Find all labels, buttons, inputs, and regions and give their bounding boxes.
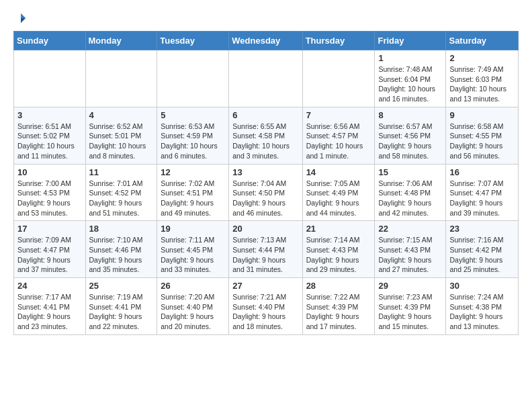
day-cell: 4Sunrise: 6:52 AMSunset: 5:01 PMDaylight… [85, 107, 157, 164]
day-info: Sunrise: 6:57 AMSunset: 4:56 PMDaylight:… [378, 122, 442, 161]
weekday-header-friday: Friday [375, 32, 446, 50]
day-info: Sunrise: 7:23 AMSunset: 4:39 PMDaylight:… [378, 292, 442, 332]
day-info: Sunrise: 7:14 AMSunset: 4:43 PMDaylight:… [306, 235, 371, 275]
day-number: 29 [378, 281, 442, 291]
day-cell: 19Sunrise: 7:11 AMSunset: 4:45 PMDayligh… [157, 221, 229, 278]
day-info: Sunrise: 7:21 AMSunset: 4:40 PMDaylight:… [232, 292, 298, 332]
week-row-4: 17Sunrise: 7:09 AMSunset: 4:47 PMDayligh… [14, 221, 519, 278]
day-number: 26 [161, 281, 225, 291]
day-info: Sunrise: 7:15 AMSunset: 4:43 PMDaylight:… [378, 235, 442, 275]
day-info: Sunrise: 7:11 AMSunset: 4:45 PMDaylight:… [161, 235, 225, 275]
day-number: 24 [17, 281, 82, 291]
day-cell [85, 50, 157, 107]
weekday-header-wednesday: Wednesday [229, 32, 302, 50]
logo-flag-icon [15, 12, 27, 24]
day-cell: 8Sunrise: 6:57 AMSunset: 4:56 PMDaylight… [375, 107, 446, 164]
day-number: 15 [378, 167, 442, 177]
day-cell: 14Sunrise: 7:05 AMSunset: 4:49 PMDayligh… [302, 164, 375, 221]
day-number: 21 [306, 224, 371, 234]
day-number: 3 [17, 110, 82, 120]
day-info: Sunrise: 7:13 AMSunset: 4:44 PMDaylight:… [232, 235, 298, 275]
day-info: Sunrise: 7:16 AMSunset: 4:42 PMDaylight:… [449, 235, 515, 275]
day-cell: 2Sunrise: 7:49 AMSunset: 6:03 PMDaylight… [446, 50, 519, 107]
day-info: Sunrise: 7:22 AMSunset: 4:39 PMDaylight:… [306, 292, 371, 332]
day-cell: 7Sunrise: 6:56 AMSunset: 4:57 PMDaylight… [302, 107, 375, 164]
day-cell: 27Sunrise: 7:21 AMSunset: 4:40 PMDayligh… [229, 278, 302, 335]
day-number: 13 [232, 167, 298, 177]
week-row-1: 1Sunrise: 7:48 AMSunset: 6:04 PMDaylight… [14, 50, 519, 107]
day-number: 27 [232, 281, 298, 291]
week-row-2: 3Sunrise: 6:51 AMSunset: 5:02 PMDaylight… [14, 107, 519, 164]
day-number: 14 [306, 167, 371, 177]
header [13, 11, 519, 24]
weekday-header-thursday: Thursday [302, 32, 375, 50]
day-cell: 18Sunrise: 7:10 AMSunset: 4:46 PMDayligh… [85, 221, 157, 278]
day-cell [14, 50, 86, 107]
day-info: Sunrise: 7:06 AMSunset: 4:48 PMDaylight:… [378, 179, 442, 218]
day-info: Sunrise: 7:49 AMSunset: 6:03 PMDaylight:… [449, 64, 515, 104]
day-info: Sunrise: 6:55 AMSunset: 4:58 PMDaylight:… [232, 122, 298, 161]
day-cell: 15Sunrise: 7:06 AMSunset: 4:48 PMDayligh… [375, 164, 446, 221]
day-info: Sunrise: 6:58 AMSunset: 4:55 PMDaylight:… [449, 122, 515, 161]
day-cell: 25Sunrise: 7:19 AMSunset: 4:41 PMDayligh… [85, 278, 157, 335]
weekday-header-tuesday: Tuesday [157, 32, 229, 50]
day-number: 2 [449, 53, 515, 63]
day-cell: 10Sunrise: 7:00 AMSunset: 4:53 PMDayligh… [14, 164, 86, 221]
day-cell: 13Sunrise: 7:04 AMSunset: 4:50 PMDayligh… [229, 164, 302, 221]
day-cell: 11Sunrise: 7:01 AMSunset: 4:52 PMDayligh… [85, 164, 157, 221]
day-cell: 30Sunrise: 7:24 AMSunset: 4:38 PMDayligh… [446, 278, 519, 335]
day-info: Sunrise: 7:07 AMSunset: 4:47 PMDaylight:… [449, 179, 515, 218]
day-cell: 9Sunrise: 6:58 AMSunset: 4:55 PMDaylight… [446, 107, 519, 164]
day-cell: 16Sunrise: 7:07 AMSunset: 4:47 PMDayligh… [446, 164, 519, 221]
logo [13, 13, 27, 24]
day-cell: 29Sunrise: 7:23 AMSunset: 4:39 PMDayligh… [375, 278, 446, 335]
day-info: Sunrise: 7:19 AMSunset: 4:41 PMDaylight:… [89, 292, 154, 332]
day-info: Sunrise: 6:51 AMSunset: 5:02 PMDaylight:… [17, 122, 82, 161]
day-number: 25 [89, 281, 154, 291]
weekday-header-saturday: Saturday [446, 32, 519, 50]
day-number: 23 [449, 224, 515, 234]
day-number: 28 [306, 281, 371, 291]
day-number: 4 [89, 110, 154, 120]
svg-marker-0 [21, 13, 26, 18]
day-info: Sunrise: 7:24 AMSunset: 4:38 PMDaylight:… [449, 292, 515, 332]
day-cell: 6Sunrise: 6:55 AMSunset: 4:58 PMDaylight… [229, 107, 302, 164]
week-row-5: 24Sunrise: 7:17 AMSunset: 4:41 PMDayligh… [14, 278, 519, 335]
day-cell [157, 50, 229, 107]
day-cell: 1Sunrise: 7:48 AMSunset: 6:04 PMDaylight… [375, 50, 446, 107]
day-cell: 26Sunrise: 7:20 AMSunset: 4:40 PMDayligh… [157, 278, 229, 335]
day-cell [302, 50, 375, 107]
day-number: 1 [378, 53, 442, 63]
day-cell: 17Sunrise: 7:09 AMSunset: 4:47 PMDayligh… [14, 221, 86, 278]
day-number: 9 [449, 110, 515, 120]
day-info: Sunrise: 6:56 AMSunset: 4:57 PMDaylight:… [306, 122, 371, 161]
day-cell: 28Sunrise: 7:22 AMSunset: 4:39 PMDayligh… [302, 278, 375, 335]
day-info: Sunrise: 7:09 AMSunset: 4:47 PMDaylight:… [17, 235, 82, 275]
day-number: 7 [306, 110, 371, 120]
weekday-header-row: SundayMondayTuesdayWednesdayThursdayFrid… [14, 32, 519, 50]
day-number: 16 [449, 167, 515, 177]
day-cell: 3Sunrise: 6:51 AMSunset: 5:02 PMDaylight… [14, 107, 86, 164]
day-info: Sunrise: 7:04 AMSunset: 4:50 PMDaylight:… [232, 179, 298, 218]
day-info: Sunrise: 7:00 AMSunset: 4:53 PMDaylight:… [17, 179, 82, 218]
day-cell: 20Sunrise: 7:13 AMSunset: 4:44 PMDayligh… [229, 221, 302, 278]
day-number: 18 [89, 224, 154, 234]
day-info: Sunrise: 7:05 AMSunset: 4:49 PMDaylight:… [306, 179, 371, 218]
day-info: Sunrise: 7:17 AMSunset: 4:41 PMDaylight:… [17, 292, 82, 332]
day-info: Sunrise: 6:53 AMSunset: 4:59 PMDaylight:… [161, 122, 225, 161]
day-info: Sunrise: 7:48 AMSunset: 6:04 PMDaylight:… [378, 64, 442, 104]
weekday-header-monday: Monday [85, 32, 157, 50]
week-row-3: 10Sunrise: 7:00 AMSunset: 4:53 PMDayligh… [14, 164, 519, 221]
day-info: Sunrise: 6:52 AMSunset: 5:01 PMDaylight:… [89, 122, 154, 161]
day-info: Sunrise: 7:01 AMSunset: 4:52 PMDaylight:… [89, 179, 154, 218]
day-number: 8 [378, 110, 442, 120]
day-number: 22 [378, 224, 442, 234]
svg-marker-1 [21, 18, 26, 23]
day-cell: 22Sunrise: 7:15 AMSunset: 4:43 PMDayligh… [375, 221, 446, 278]
day-info: Sunrise: 7:10 AMSunset: 4:46 PMDaylight:… [89, 235, 154, 275]
day-info: Sunrise: 7:02 AMSunset: 4:51 PMDaylight:… [161, 179, 225, 218]
day-number: 5 [161, 110, 225, 120]
weekday-header-sunday: Sunday [14, 32, 86, 50]
day-cell [229, 50, 302, 107]
day-number: 10 [17, 167, 82, 177]
